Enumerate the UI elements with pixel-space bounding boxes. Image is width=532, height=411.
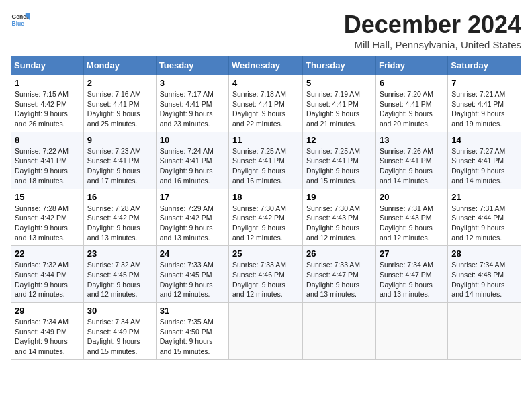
- calendar-cell: 9Sunrise: 7:23 AMSunset: 4:41 PMDaylight…: [83, 132, 156, 189]
- day-number: 31: [160, 306, 225, 316]
- day-number: 30: [87, 306, 152, 316]
- day-number: 14: [451, 135, 517, 145]
- day-info: Sunrise: 7:24 AMSunset: 4:41 PMDaylight:…: [160, 146, 225, 186]
- day-info: Sunrise: 7:26 AMSunset: 4:41 PMDaylight:…: [380, 146, 444, 186]
- day-number: 21: [451, 192, 517, 202]
- calendar-cell: 6Sunrise: 7:20 AMSunset: 4:41 PMDaylight…: [375, 75, 447, 132]
- svg-text:Blue: Blue: [12, 20, 25, 27]
- header-day-wednesday: Wednesday: [229, 56, 303, 75]
- day-info: Sunrise: 7:20 AMSunset: 4:41 PMDaylight:…: [380, 89, 444, 129]
- calendar-cell: 10Sunrise: 7:24 AMSunset: 4:41 PMDayligh…: [156, 132, 228, 189]
- week-row-1: 1Sunrise: 7:15 AMSunset: 4:42 PMDaylight…: [11, 75, 521, 132]
- calendar-table: SundayMondayTuesdayWednesdayThursdayFrid…: [11, 56, 521, 360]
- calendar-cell: 28Sunrise: 7:34 AMSunset: 4:48 PMDayligh…: [448, 246, 521, 303]
- calendar-cell: 2Sunrise: 7:16 AMSunset: 4:41 PMDaylight…: [83, 75, 156, 132]
- day-info: Sunrise: 7:30 AMSunset: 4:42 PMDaylight:…: [232, 203, 299, 243]
- day-number: 5: [306, 78, 372, 88]
- day-number: 1: [15, 78, 80, 88]
- header-day-thursday: Thursday: [303, 56, 376, 75]
- day-number: 11: [232, 135, 299, 145]
- calendar-cell: 17Sunrise: 7:29 AMSunset: 4:42 PMDayligh…: [156, 189, 228, 246]
- calendar-cell: 30Sunrise: 7:34 AMSunset: 4:49 PMDayligh…: [83, 303, 156, 360]
- header-day-friday: Friday: [375, 56, 447, 75]
- day-info: Sunrise: 7:30 AMSunset: 4:43 PMDaylight:…: [306, 203, 372, 243]
- day-number: 26: [306, 248, 372, 259]
- day-info: Sunrise: 7:18 AMSunset: 4:41 PMDaylight:…: [232, 89, 299, 129]
- calendar-header-row: SundayMondayTuesdayWednesdayThursdayFrid…: [11, 56, 521, 75]
- calendar-cell: 27Sunrise: 7:34 AMSunset: 4:47 PMDayligh…: [375, 246, 447, 303]
- calendar-cell: 21Sunrise: 7:31 AMSunset: 4:44 PMDayligh…: [448, 189, 521, 246]
- day-info: Sunrise: 7:33 AMSunset: 4:46 PMDaylight:…: [232, 260, 299, 300]
- week-row-4: 22Sunrise: 7:32 AMSunset: 4:44 PMDayligh…: [11, 246, 521, 303]
- header-day-monday: Monday: [83, 56, 156, 75]
- week-row-5: 29Sunrise: 7:34 AMSunset: 4:49 PMDayligh…: [11, 303, 521, 360]
- day-number: 17: [160, 192, 225, 202]
- day-number: 7: [451, 78, 517, 88]
- calendar-cell: 24Sunrise: 7:33 AMSunset: 4:45 PMDayligh…: [156, 246, 228, 303]
- calendar-cell: 7Sunrise: 7:21 AMSunset: 4:41 PMDaylight…: [448, 75, 521, 132]
- calendar-cell: 4Sunrise: 7:18 AMSunset: 4:41 PMDaylight…: [229, 75, 303, 132]
- day-info: Sunrise: 7:21 AMSunset: 4:41 PMDaylight:…: [451, 89, 517, 129]
- day-number: 6: [380, 78, 444, 88]
- calendar-cell: [303, 303, 376, 360]
- calendar-cell: 31Sunrise: 7:35 AMSunset: 4:50 PMDayligh…: [156, 303, 228, 360]
- title-area: December 2024 Mill Hall, Pennsylvania, U…: [344, 11, 521, 50]
- calendar-body: 1Sunrise: 7:15 AMSunset: 4:42 PMDaylight…: [11, 75, 521, 360]
- day-info: Sunrise: 7:32 AMSunset: 4:44 PMDaylight:…: [15, 260, 80, 300]
- day-number: 20: [380, 192, 444, 202]
- calendar-subtitle: Mill Hall, Pennsylvania, United States: [344, 39, 521, 50]
- week-row-2: 8Sunrise: 7:22 AMSunset: 4:41 PMDaylight…: [11, 132, 521, 189]
- day-info: Sunrise: 7:34 AMSunset: 4:48 PMDaylight:…: [451, 260, 517, 300]
- day-number: 10: [160, 135, 225, 145]
- day-number: 16: [87, 192, 152, 202]
- calendar-cell: 22Sunrise: 7:32 AMSunset: 4:44 PMDayligh…: [11, 246, 84, 303]
- day-number: 18: [232, 192, 299, 202]
- calendar-cell: 19Sunrise: 7:30 AMSunset: 4:43 PMDayligh…: [303, 189, 376, 246]
- day-info: Sunrise: 7:28 AMSunset: 4:42 PMDaylight:…: [87, 203, 152, 243]
- week-row-3: 15Sunrise: 7:28 AMSunset: 4:42 PMDayligh…: [11, 189, 521, 246]
- day-number: 13: [380, 135, 444, 145]
- day-info: Sunrise: 7:29 AMSunset: 4:42 PMDaylight:…: [160, 203, 225, 243]
- day-info: Sunrise: 7:17 AMSunset: 4:41 PMDaylight:…: [160, 89, 225, 129]
- header: General Blue December 2024 Mill Hall, Pe…: [11, 11, 521, 50]
- calendar-cell: 12Sunrise: 7:25 AMSunset: 4:41 PMDayligh…: [303, 132, 376, 189]
- day-info: Sunrise: 7:19 AMSunset: 4:41 PMDaylight:…: [306, 89, 372, 129]
- calendar-cell: [375, 303, 447, 360]
- calendar-cell: 25Sunrise: 7:33 AMSunset: 4:46 PMDayligh…: [229, 246, 303, 303]
- day-info: Sunrise: 7:25 AMSunset: 4:41 PMDaylight:…: [306, 146, 372, 186]
- day-info: Sunrise: 7:33 AMSunset: 4:47 PMDaylight:…: [306, 260, 372, 300]
- calendar-cell: 15Sunrise: 7:28 AMSunset: 4:42 PMDayligh…: [11, 189, 84, 246]
- calendar-cell: 16Sunrise: 7:28 AMSunset: 4:42 PMDayligh…: [83, 189, 156, 246]
- day-info: Sunrise: 7:15 AMSunset: 4:42 PMDaylight:…: [15, 89, 80, 129]
- logo-icon: General Blue: [11, 11, 30, 30]
- calendar-cell: 1Sunrise: 7:15 AMSunset: 4:42 PMDaylight…: [11, 75, 84, 132]
- day-number: 22: [15, 248, 80, 259]
- header-day-saturday: Saturday: [448, 56, 521, 75]
- calendar-cell: 8Sunrise: 7:22 AMSunset: 4:41 PMDaylight…: [11, 132, 84, 189]
- day-number: 2: [87, 78, 152, 88]
- day-number: 23: [87, 248, 152, 259]
- calendar-cell: 29Sunrise: 7:34 AMSunset: 4:49 PMDayligh…: [11, 303, 84, 360]
- calendar-cell: 23Sunrise: 7:32 AMSunset: 4:45 PMDayligh…: [83, 246, 156, 303]
- calendar-cell: 20Sunrise: 7:31 AMSunset: 4:43 PMDayligh…: [375, 189, 447, 246]
- calendar-cell: 5Sunrise: 7:19 AMSunset: 4:41 PMDaylight…: [303, 75, 376, 132]
- day-number: 3: [160, 78, 225, 88]
- day-info: Sunrise: 7:28 AMSunset: 4:42 PMDaylight:…: [15, 203, 80, 243]
- day-info: Sunrise: 7:34 AMSunset: 4:47 PMDaylight:…: [380, 260, 444, 300]
- day-info: Sunrise: 7:34 AMSunset: 4:49 PMDaylight:…: [15, 317, 80, 357]
- calendar-cell: [229, 303, 303, 360]
- day-info: Sunrise: 7:23 AMSunset: 4:41 PMDaylight:…: [87, 146, 152, 186]
- day-info: Sunrise: 7:25 AMSunset: 4:41 PMDaylight:…: [232, 146, 299, 186]
- day-info: Sunrise: 7:32 AMSunset: 4:45 PMDaylight:…: [87, 260, 152, 300]
- day-number: 4: [232, 78, 299, 88]
- day-info: Sunrise: 7:35 AMSunset: 4:50 PMDaylight:…: [160, 317, 225, 357]
- day-info: Sunrise: 7:33 AMSunset: 4:45 PMDaylight:…: [160, 260, 225, 300]
- logo: General Blue: [11, 11, 30, 30]
- calendar-cell: 18Sunrise: 7:30 AMSunset: 4:42 PMDayligh…: [229, 189, 303, 246]
- day-number: 8: [15, 135, 80, 145]
- calendar-cell: 11Sunrise: 7:25 AMSunset: 4:41 PMDayligh…: [229, 132, 303, 189]
- day-info: Sunrise: 7:31 AMSunset: 4:44 PMDaylight:…: [451, 203, 517, 243]
- day-info: Sunrise: 7:27 AMSunset: 4:41 PMDaylight:…: [451, 146, 517, 186]
- day-info: Sunrise: 7:16 AMSunset: 4:41 PMDaylight:…: [87, 89, 152, 129]
- header-day-sunday: Sunday: [11, 56, 84, 75]
